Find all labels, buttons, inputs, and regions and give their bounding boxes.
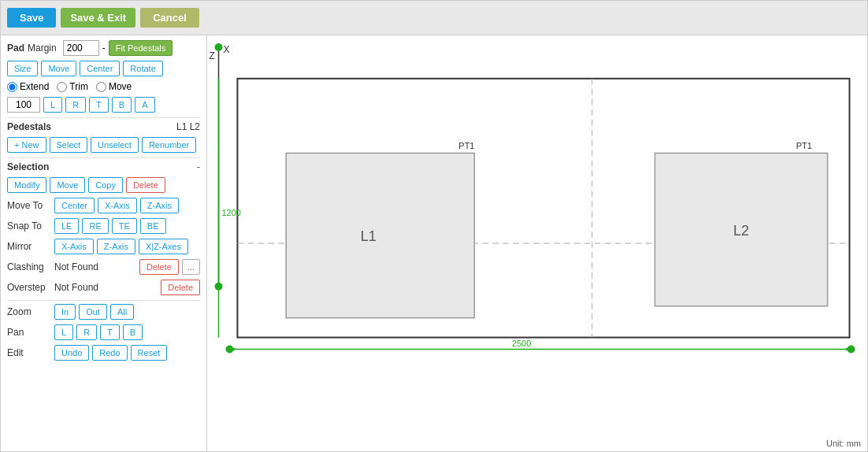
move-to-label: Move To [7,200,48,211]
edit-row: Edit Undo Redo Reset [7,345,200,361]
extend-radio-label[interactable]: Extend [7,81,49,92]
pan-label: Pan [7,327,48,338]
dim-2500-arrow-left [229,347,237,352]
clashing-label: Clashing [7,261,48,272]
mirror-xaxis-button[interactable]: X-Axis [54,239,94,254]
trim-radio-label[interactable]: Trim [57,81,88,92]
move-radio-label[interactable]: Move [96,81,132,92]
undo-button[interactable]: Undo [54,345,89,361]
z-axis-label: Z [210,50,215,61]
selection-label: Selection [7,161,49,172]
size-button[interactable]: Size [7,61,38,76]
select-button[interactable]: Select [50,137,88,153]
modify-button[interactable]: Modify [7,177,46,193]
unselect-button[interactable]: Unselect [91,137,139,153]
modify-row: Modify Move Copy Delete [7,177,200,193]
extend-trim-row: Extend Trim Move [7,81,200,92]
pedestals-label: Pedestals [7,121,51,132]
pedestals-row: Pedestals L1 L2 [7,121,200,132]
snap-le-button[interactable]: LE [54,218,79,234]
pan-t-button[interactable]: T [100,324,120,340]
overstep-value: Not Found [54,282,154,293]
move-button[interactable]: Move [41,61,76,76]
unit-label: Unit: mm [826,439,861,448]
move-to-xaxis-button[interactable]: X-Axis [98,198,137,213]
cancel-button[interactable]: Cancel [140,8,199,28]
trim-radio[interactable] [57,82,67,92]
dim-2500-label: 2500 [512,339,531,348]
offset-input[interactable] [7,97,40,113]
mirror-row: Mirror X-Axis Z-Axis X|Z-Axes [7,239,200,254]
clashing-value: Not Found [54,261,133,272]
pt1-left-label: PT1 [458,141,474,150]
clashing-delete-button[interactable]: Delete [139,259,179,275]
offset-r-button[interactable]: R [65,97,86,113]
overstep-delete-button[interactable]: Delete [161,280,200,295]
copy-button[interactable]: Copy [88,177,123,193]
save-button[interactable]: Save [7,8,56,28]
snap-te-button[interactable]: TE [112,218,137,234]
size-move-row: Size Move Center Rotate [7,61,200,76]
left-panel: Pad Margin - Fit Pedestals Size Move Cen… [1,35,207,451]
move-to-center-button[interactable]: Center [54,198,95,213]
mirror-label: Mirror [7,241,48,252]
main-area: Pad Margin - Fit Pedestals Size Move Cen… [1,35,867,451]
top-green-dot [215,43,223,51]
save-exit-button[interactable]: Save & Exit [61,8,135,28]
pedestal-l1-rect[interactable] [286,153,474,317]
pedestals-buttons-row: + New Select Unselect Renumber [7,137,200,153]
zoom-in-button[interactable]: In [54,304,76,320]
pan-r-button[interactable]: R [76,324,97,340]
zoom-all-button[interactable]: All [110,304,134,320]
snap-be-button[interactable]: BE [140,218,166,234]
pan-b-button[interactable]: B [123,324,143,340]
offset-a-button[interactable]: A [135,97,154,113]
pan-l-button[interactable]: L [54,324,73,340]
mirror-xzaxes-button[interactable]: X|Z-Axes [139,239,188,254]
reset-button[interactable]: Reset [131,345,168,361]
snap-to-label: Snap To [7,220,48,232]
dim-1200-label: 1200 [222,208,241,217]
pad-row: Pad Margin - Fit Pedestals [7,40,200,56]
snap-re-button[interactable]: RE [82,218,108,234]
redo-button[interactable]: Redo [92,345,127,361]
canvas-area[interactable]: X Z PT1 [207,35,867,451]
overstep-row: Overstep Not Found Delete [7,280,200,295]
selection-value: - [197,161,200,172]
rotate-button[interactable]: Rotate [123,61,162,76]
canvas-svg: X Z PT1 [207,35,867,451]
offset-b-button[interactable]: B [112,97,132,113]
pedestal-l2-label: L2 [733,223,749,239]
margin-input[interactable] [63,40,99,56]
renumber-button[interactable]: Renumber [142,137,196,153]
x-axis-label: X [224,44,230,55]
pedestals-value: L1 L2 [176,121,200,132]
mirror-zaxis-button[interactable]: Z-Axis [97,239,135,254]
toolbar: Save Save & Exit Cancel [1,1,867,35]
move-to-row: Move To Center X-Axis Z-Axis [7,198,200,213]
fit-pedestals-button[interactable]: Fit Pedestals [109,40,173,56]
snap-to-row: Snap To LE RE TE BE [7,218,200,234]
overstep-label: Overstep [7,282,48,293]
edit-label: Edit [7,347,48,358]
margin-label: Margin [28,43,57,54]
clashing-row: Clashing Not Found Delete ... [7,259,200,275]
move-to-zaxis-button[interactable]: Z-Axis [140,198,179,213]
center-button[interactable]: Center [80,61,120,76]
move-radio[interactable] [96,82,106,92]
action-move-button[interactable]: Move [50,177,85,193]
new-pedestal-button[interactable]: + New [7,137,46,153]
zoom-out-button[interactable]: Out [79,304,107,320]
dash-label: - [102,43,106,54]
offset-l-button[interactable]: L [43,97,62,113]
pad-label: Pad [7,43,24,54]
extend-radio[interactable] [7,82,17,92]
selection-row: Selection - [7,161,200,172]
zoom-label: Zoom [7,306,48,317]
offset-t-button[interactable]: T [89,97,109,113]
pedestal-l1-label: L1 [361,228,377,244]
clashing-dots-button[interactable]: ... [182,259,200,275]
zoom-row: Zoom In Out All [7,304,200,320]
delete-button[interactable]: Delete [126,177,165,193]
pan-row: Pan L R T B [7,324,200,340]
